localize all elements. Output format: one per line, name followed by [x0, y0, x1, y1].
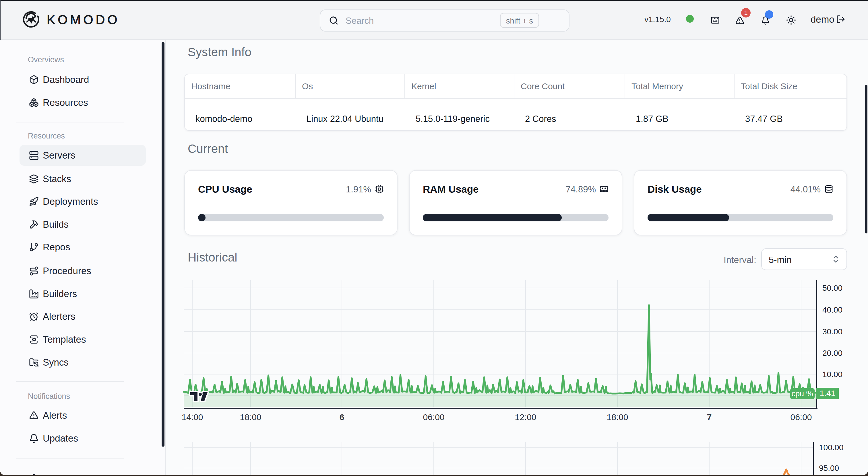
svg-text:12:00: 12:00 [515, 412, 536, 422]
svg-text:cpu %: cpu % [792, 389, 813, 398]
svg-text:40.00: 40.00 [823, 305, 842, 314]
svg-text:30.00: 30.00 [823, 327, 842, 336]
svg-text:10.00: 10.00 [823, 370, 842, 379]
svg-text:100.00: 100.00 [819, 443, 844, 452]
svg-text:06:00: 06:00 [790, 412, 812, 422]
svg-text:18:00: 18:00 [607, 412, 628, 422]
svg-text:7: 7 [707, 412, 712, 422]
svg-text:6: 6 [340, 412, 344, 422]
svg-text:14:00: 14:00 [181, 412, 203, 422]
svg-text:95.00: 95.00 [819, 464, 839, 473]
svg-text:18:00: 18:00 [240, 412, 261, 422]
svg-text:50.00: 50.00 [823, 283, 842, 293]
svg-text:1.41: 1.41 [820, 389, 836, 398]
svg-text:20.00: 20.00 [823, 349, 842, 358]
svg-text:06:00: 06:00 [423, 412, 444, 422]
